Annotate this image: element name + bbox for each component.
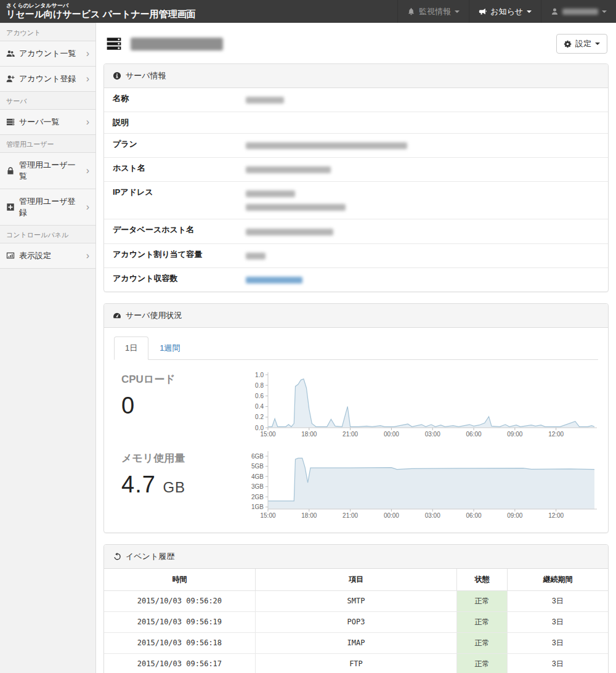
navbar-user-menu[interactable] (541, 0, 616, 23)
sidebar-item-users[interactable]: アカウント一覧› (0, 41, 95, 67)
chevron-right-icon: › (86, 51, 89, 57)
chevron-right-icon: › (86, 76, 89, 82)
event-item: IMAP (255, 632, 456, 653)
sidebar-item-server[interactable]: サーバ一覧› (0, 110, 95, 135)
sidebar-section-header: コントロールパネル (0, 226, 95, 243)
svg-text:06:00: 06:00 (466, 512, 482, 519)
caret-down-icon (602, 10, 607, 13)
events-column-header: 状態 (457, 569, 508, 591)
tachometer-icon (113, 311, 121, 320)
gear-icon (564, 40, 572, 48)
svg-text:09:00: 09:00 (507, 431, 522, 438)
chevron-right-icon: › (86, 119, 89, 125)
page-title-redacted (131, 38, 223, 51)
tab-1day[interactable]: 1日 (114, 336, 148, 360)
sidebar-item-label: 管理用ユーザ一覧 (19, 160, 82, 182)
svg-text:09:00: 09:00 (507, 512, 522, 519)
caret-down-icon (595, 43, 600, 45)
event-item: SMTP (255, 590, 456, 611)
brand-small: さくらのレンタルサーバ (6, 2, 196, 9)
event-time: 2015/10/03 09:56:17 (104, 653, 255, 673)
brand-title: リセール向けサービス パートナー用管理画面 (6, 9, 196, 19)
sidebar-section-header: 管理用ユーザー (0, 135, 95, 153)
event-duration: 3日 (507, 653, 608, 673)
server-info-row: ホスト名 (104, 158, 608, 182)
info-value-redacted (246, 249, 599, 263)
svg-text:12:00: 12:00 (548, 431, 564, 438)
server-info-row: アカウント収容数 (104, 268, 608, 292)
svg-text:21:00: 21:00 (342, 431, 358, 438)
info-label: プラン (113, 139, 246, 150)
server-info-table: 名称説明プランホスト名IPアドレスデータベースホスト名アカウント割り当て容量アカ… (104, 88, 608, 292)
sidebar-item-plus-square[interactable]: 管理用ユーザ登録› (0, 189, 95, 226)
settings-button[interactable]: 設定 (556, 34, 607, 54)
tab-1week[interactable]: 1週間 (148, 336, 191, 360)
svg-text:03:00: 03:00 (425, 512, 440, 519)
event-status-badge: 正常 (457, 632, 508, 653)
svg-text:2GB: 2GB (251, 493, 264, 500)
sidebar-item-label: サーバ一覧 (19, 116, 60, 128)
cpu-metric: CPUロード 0 (113, 370, 243, 419)
sidebar-item-label: 表示設定 (19, 250, 51, 261)
navbar-item-news[interactable]: お知らせ (469, 0, 541, 23)
sidebar-section-header: サーバ (0, 92, 95, 110)
display-icon (6, 251, 15, 260)
event-item: FTP (255, 653, 456, 673)
svg-text:3GB: 3GB (251, 483, 264, 490)
svg-text:15:00: 15:00 (260, 431, 275, 438)
info-label: アカウント収容数 (113, 273, 246, 284)
history-icon (113, 552, 121, 561)
top-navbar: さくらのレンタルサーバ リセール向けサービス パートナー用管理画面 監視情報お知… (0, 0, 616, 23)
plus-square-icon (6, 203, 15, 211)
info-label: データベースホスト名 (113, 224, 246, 235)
event-row: 2015/10/03 09:56:20SMTP正常3日 (104, 590, 608, 611)
memory-unit: GB (163, 479, 185, 496)
svg-text:0.4: 0.4 (255, 403, 264, 410)
svg-text:21:00: 21:00 (342, 512, 358, 519)
info-label: 名称 (113, 93, 246, 104)
svg-text:4GB: 4GB (251, 473, 264, 479)
info-value-redacted (246, 224, 599, 238)
redacted-value (246, 277, 302, 283)
info-label: IPアドレス (113, 187, 246, 198)
svg-text:06:00: 06:00 (466, 431, 482, 438)
cpu-load-chart: 0.00.20.40.60.81.015:0018:0021:0000:0003… (243, 370, 599, 439)
svg-text:18:00: 18:00 (301, 512, 317, 519)
server-info-panel: サーバ情報 名称説明プランホスト名IPアドレスデータベースホスト名アカウント割り… (103, 63, 609, 292)
brand: さくらのレンタルサーバ リセール向けサービス パートナー用管理画面 (0, 0, 196, 23)
server-info-heading: サーバ情報 (104, 64, 608, 88)
main-content: 設定 サーバ情報 名称説明プランホスト名IPアドレスデータベースホスト名アカウン… (96, 23, 616, 673)
server-info-row: 名称 (104, 88, 608, 112)
events-column-header: 時間 (104, 569, 255, 591)
svg-text:1GB: 1GB (251, 504, 264, 510)
cpu-label: CPUロード (121, 372, 243, 386)
memory-number: 4.7 (121, 471, 156, 497)
sidebar-item-label: アカウント登録 (19, 73, 76, 84)
svg-text:5GB: 5GB (251, 463, 264, 470)
event-row: 2015/10/03 09:56:19POP3正常3日 (104, 611, 608, 632)
navbar-menu: 監視情報お知らせ (397, 0, 616, 23)
bell-icon (407, 7, 415, 15)
redacted-value (246, 253, 265, 259)
svg-text:15:00: 15:00 (260, 512, 275, 519)
memory-label: メモリ使用量 (121, 451, 243, 465)
svg-text:1.0: 1.0 (255, 371, 264, 378)
memory-value: 4.7 GB (121, 471, 243, 498)
sidebar-item-display[interactable]: 表示設定› (0, 243, 95, 269)
info-value-link-redacted[interactable] (246, 273, 599, 287)
redacted-value (246, 190, 295, 197)
svg-text:0.2: 0.2 (255, 414, 264, 420)
server-icon (6, 118, 15, 126)
chevron-right-icon: › (86, 253, 89, 259)
memory-usage-chart: 1GB2GB3GB4GB5GB6GB15:0018:0021:0000:0003… (243, 449, 599, 520)
caret-down-icon (527, 10, 532, 13)
server-info-row: プラン (104, 134, 608, 158)
info-value-redacted (246, 163, 599, 176)
sidebar-item-lock[interactable]: 管理用ユーザ一覧› (0, 153, 95, 189)
navbar-item-monitoring[interactable]: 監視情報 (397, 0, 469, 23)
sidebar-item-label: アカウント一覧 (19, 48, 76, 59)
sidebar-item-user-plus[interactable]: アカウント登録› (0, 67, 95, 92)
event-row: 2015/10/03 09:56:17FTP正常3日 (104, 653, 608, 673)
sidebar-section-header: アカウント (0, 23, 95, 41)
info-value-redacted (246, 93, 599, 107)
